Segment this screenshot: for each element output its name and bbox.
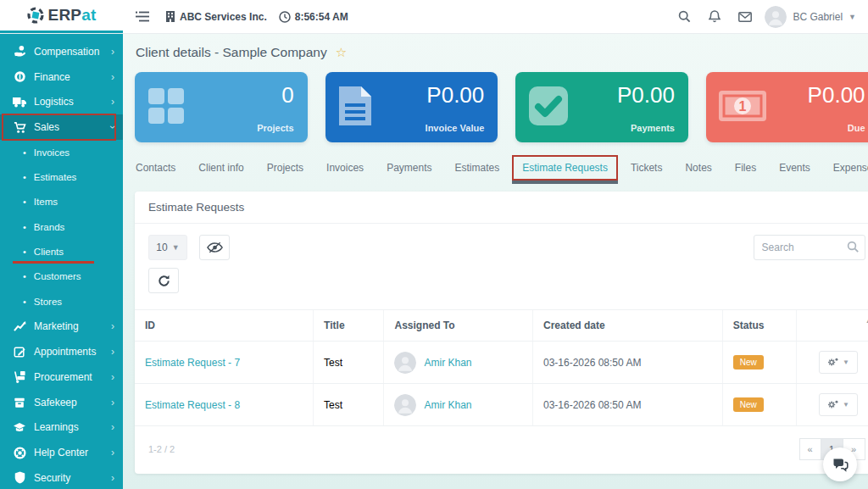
sidebar-item-security[interactable]: Security›: [0, 465, 123, 489]
messages-envelope-icon[interactable]: [734, 6, 756, 28]
col-header-created[interactable]: Created date: [532, 310, 722, 342]
chevron-down-icon: ▼: [849, 13, 856, 21]
user-menu[interactable]: BC Gabriel ▼: [765, 6, 856, 28]
page-size-select[interactable]: 10 ▼: [148, 235, 187, 260]
procurement-dolly-icon: [13, 370, 26, 384]
tab-payments[interactable]: Payments: [387, 162, 431, 174]
chevron-right-icon: ›: [111, 346, 114, 358]
avatar: [765, 6, 787, 28]
tab-estimates[interactable]: Estimates: [454, 162, 499, 174]
sidebar-item-logistics[interactable]: Logistics›: [0, 90, 123, 115]
sidebar-item-sales[interactable]: Sales›: [0, 114, 123, 140]
tab-invoices[interactable]: Invoices: [326, 162, 364, 174]
svg-text:1: 1: [738, 99, 746, 114]
favorite-star-icon[interactable]: ☆: [336, 45, 347, 60]
status-badge: New: [733, 355, 764, 370]
topbar: ERPat ABC Services Inc. 8:56:54 AM BC Ga: [0, 0, 868, 34]
company-selector[interactable]: ABC Services Inc.: [165, 11, 267, 23]
chevron-right-icon: ›: [111, 421, 114, 433]
kpi-label: Due: [848, 123, 865, 133]
search-icon[interactable]: [673, 6, 695, 28]
sidebar-item-brands[interactable]: •Brands: [0, 214, 123, 239]
logo-text: ERPat: [48, 6, 97, 25]
menu-icon[interactable]: [131, 6, 153, 28]
tab-contacts[interactable]: Contacts: [136, 162, 175, 174]
sidebar-item-stores[interactable]: •Stores: [0, 289, 123, 314]
annotation-clients-underline: [13, 261, 94, 264]
estimate-request-link[interactable]: Estimate Request - 8: [145, 399, 240, 411]
notifications-bell-icon[interactable]: [704, 6, 726, 28]
sidebar-item-customers[interactable]: •Customers: [0, 264, 123, 289]
marketing-chart-icon: [13, 320, 26, 333]
sort-caret-icon[interactable]: ▲: [865, 317, 868, 325]
sidebar-item-finance[interactable]: Finance›: [0, 64, 123, 90]
search-icon: [847, 241, 860, 257]
security-shield-icon: [13, 471, 26, 485]
estimate-requests-table: ID Title Assigned To Created date Status…: [135, 309, 868, 426]
kpi-label: Payments: [631, 123, 675, 133]
cell-title: Test: [314, 342, 384, 384]
status-badge: New: [733, 397, 764, 412]
tab-projects[interactable]: Projects: [267, 162, 303, 174]
kpi-value: P0.00: [426, 82, 484, 108]
toggle-columns-eye-icon[interactable]: [199, 235, 230, 260]
safekeep-archive-icon: [13, 396, 26, 409]
kpi-card-due: 1 P0.00 Due: [706, 72, 868, 142]
caret-down-icon: ▼: [843, 401, 849, 408]
tab-files[interactable]: Files: [735, 162, 756, 174]
col-header-status[interactable]: Status: [722, 310, 797, 342]
appointments-pen-icon: [13, 345, 26, 358]
user-name: BC Gabriel: [793, 11, 843, 23]
col-header-actions: ▲: [797, 310, 868, 342]
cell-created-date: 03-16-2026 08:50 AM: [532, 342, 722, 384]
tab-tickets[interactable]: Tickets: [631, 162, 663, 174]
assignee-link[interactable]: Amir Khan: [424, 357, 471, 369]
tab-expenses[interactable]: Expenses: [833, 162, 868, 174]
sidebar-item-compensation[interactable]: Compensation›: [0, 39, 123, 64]
kpi-label: Projects: [257, 123, 293, 133]
sidebar-item-procurement[interactable]: Procurement›: [0, 364, 123, 390]
chevron-right-icon: ›: [111, 447, 114, 458]
cell-created-date: 03-16-2026 08:50 AM: [532, 384, 722, 426]
page-title: Client details - Sample Company: [136, 45, 327, 60]
row-actions-gear-icon[interactable]: ▼: [819, 393, 858, 416]
prev-page-button[interactable]: «: [799, 438, 821, 460]
assignee-link[interactable]: Amir Khan: [424, 399, 471, 411]
chevron-right-icon: ›: [111, 46, 114, 58]
tab-events[interactable]: Events: [779, 162, 810, 174]
table-row: Estimate Request - 7 Test Amir Khan 03-1…: [135, 342, 868, 384]
sidebar-item-marketing[interactable]: Marketing›: [0, 314, 123, 339]
chevron-right-icon: ›: [111, 371, 114, 383]
sidebar-item-items[interactable]: •Items: [0, 190, 123, 214]
tab-notes[interactable]: Notes: [685, 162, 711, 174]
sidebar-item-clients[interactable]: •Clients: [0, 239, 123, 264]
chat-icon[interactable]: [823, 447, 857, 481]
chevron-right-icon: ›: [111, 71, 114, 83]
bullet-icon: •: [23, 172, 26, 182]
caret-down-icon: ▼: [843, 358, 849, 366]
refresh-icon[interactable]: [148, 268, 179, 293]
logo-icon: [27, 7, 44, 24]
estimate-request-link[interactable]: Estimate Request - 7: [145, 357, 240, 369]
invoice-document-icon: [337, 85, 373, 131]
current-time: 8:56:54 AM: [295, 11, 348, 23]
sidebar: Compensation› Finance› Logistics› Sales›…: [0, 34, 123, 489]
sidebar-item-estimates[interactable]: •Estimates: [0, 164, 123, 189]
col-header-assigned[interactable]: Assigned To: [384, 310, 533, 342]
bullet-icon: •: [23, 147, 26, 158]
building-icon: [165, 11, 175, 22]
chevron-down-icon: ›: [107, 125, 119, 129]
tab-client-info[interactable]: Client info: [198, 162, 243, 174]
col-header-id[interactable]: ID: [135, 310, 314, 342]
sidebar-item-appointments[interactable]: Appointments›: [0, 339, 123, 364]
sidebar-item-learnings[interactable]: Learnings›: [0, 414, 123, 440]
chevron-right-icon: ›: [111, 472, 114, 484]
tab-estimate-requests[interactable]: Estimate Requests: [522, 162, 608, 174]
sidebar-item-invoices[interactable]: •Invoices: [0, 140, 123, 164]
sidebar-item-help-center[interactable]: Help Center›: [0, 440, 123, 465]
grid-icon: [147, 86, 186, 129]
row-actions-gear-icon[interactable]: ▼: [819, 351, 858, 374]
bullet-icon: •: [23, 297, 26, 307]
sidebar-item-safekeep[interactable]: Safekeep›: [0, 390, 123, 415]
col-header-title[interactable]: Title: [314, 310, 384, 342]
